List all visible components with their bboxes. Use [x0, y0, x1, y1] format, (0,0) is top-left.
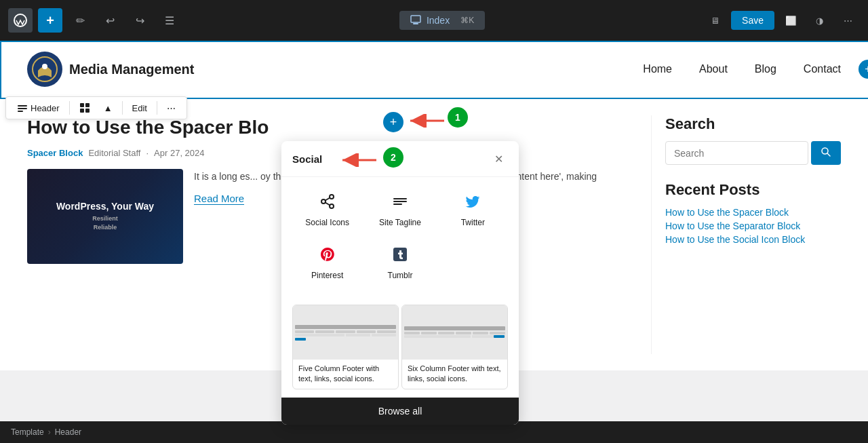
tagline-icon: [392, 193, 408, 214]
block-type-label: Header: [31, 103, 60, 113]
site-tagline-label: Site Tagline: [379, 218, 421, 227]
recent-post-1[interactable]: How to Use the Spacer Block: [665, 207, 841, 218]
popup-title-area: Social: [292, 153, 322, 165]
recent-posts-title: Recent Posts: [665, 181, 841, 199]
nav-contact[interactable]: Contact: [804, 63, 841, 75]
svg-rect-10: [80, 109, 84, 113]
undo-btn[interactable]: ↩: [98, 8, 122, 33]
arrow-1: [407, 114, 448, 130]
nav-home[interactable]: Home: [643, 63, 672, 75]
recent-post-2[interactable]: How to Use the Separator Block: [665, 220, 841, 231]
article-author: Editorial Staff: [88, 148, 140, 158]
block-list-view-btn[interactable]: [74, 100, 96, 116]
popup-title: Social: [292, 153, 322, 165]
toolbar-separator: [69, 101, 70, 115]
more-options-btn[interactable]: ⋯: [835, 8, 860, 33]
search-row: [665, 141, 841, 165]
site-nav: Home About Blog Contact: [643, 63, 841, 75]
site-logo: Media Management: [27, 52, 194, 87]
block-toolbar: Header ▲ Edit ⋯: [5, 96, 187, 119]
svg-point-15: [321, 199, 326, 204]
block-type-indicator[interactable]: Header: [12, 100, 65, 116]
site-header: Media Management Home About Blog Contact…: [0, 41, 868, 99]
share-icon: [319, 193, 336, 214]
search-submit-btn[interactable]: [811, 141, 841, 165]
read-more-link[interactable]: Read More: [194, 193, 244, 205]
wp-logo[interactable]: [8, 8, 33, 33]
preview-btn[interactable]: 🖥: [703, 8, 727, 33]
add-block-btn[interactable]: +: [383, 112, 403, 132]
article-category-link[interactable]: Spacer Block: [27, 148, 83, 158]
article-date: Apr 27, 2024: [154, 148, 204, 158]
svg-line-24: [827, 153, 830, 156]
pattern-card-2-label: Six Column Footer with text, links, soci…: [402, 360, 507, 389]
nav-blog[interactable]: Blog: [755, 63, 776, 75]
svg-line-17: [325, 203, 330, 206]
pinterest-item[interactable]: Pinterest: [292, 238, 362, 288]
tumblr-item[interactable]: Tumblr: [365, 238, 435, 288]
social-icons-item[interactable]: Social Icons: [292, 185, 362, 235]
toolbar-separator-2: [122, 101, 123, 115]
svg-rect-5: [18, 105, 27, 107]
site-tagline-item[interactable]: Site Tagline: [365, 185, 435, 235]
edit-mode-btn[interactable]: ✏: [68, 8, 92, 33]
nav-about[interactable]: About: [699, 63, 728, 75]
pattern-card-1-img: [293, 305, 398, 360]
toolbar-separator-3: [157, 101, 157, 115]
svg-point-16: [330, 204, 334, 208]
document-overview-btn[interactable]: ☰: [157, 8, 182, 33]
canvas: Media Management Home About Blog Contact…: [0, 41, 868, 443]
twitter-item[interactable]: Twitter: [438, 185, 508, 235]
svg-point-14: [330, 195, 334, 199]
svg-rect-2: [413, 23, 418, 24]
svg-rect-11: [85, 109, 90, 113]
search-section: Search: [665, 115, 841, 165]
twitter-icon: [465, 193, 481, 214]
block-move-up-btn[interactable]: ▲: [98, 100, 118, 116]
recent-post-3[interactable]: How to Use the Social Icon Block: [665, 234, 841, 245]
toolbar-center: Index ⌘K: [187, 11, 697, 30]
redo-btn[interactable]: ↪: [127, 8, 152, 33]
article-image: WordPress, Your Way Resilient Reliable: [27, 169, 183, 264]
keyboard-shortcut: ⌘K: [460, 16, 474, 25]
plus-side-btn[interactable]: +: [859, 60, 868, 79]
pattern-card-1[interactable]: Five Column Footer with text, links, soc…: [292, 305, 399, 389]
popup-pattern-cards: Five Column Footer with text, links, soc…: [281, 296, 519, 398]
sidebar-toggle-btn[interactable]: ⬜: [778, 8, 803, 33]
tumblr-icon: [392, 246, 408, 267]
pattern-card-2[interactable]: Six Column Footer with text, links, soci…: [401, 305, 508, 389]
color-mode-btn[interactable]: ◑: [807, 8, 831, 33]
svg-rect-8: [80, 103, 84, 107]
svg-rect-9: [85, 103, 90, 107]
save-button[interactable]: Save: [731, 11, 774, 30]
article-image-inner: WordPress, Your Way Resilient Reliable: [27, 169, 183, 264]
badge-1: 1: [448, 107, 468, 128]
more-block-options[interactable]: ⋯: [161, 100, 181, 116]
twitter-label: Twitter: [461, 218, 485, 227]
footer-separator: ›: [48, 427, 51, 437]
search-title: Search: [665, 115, 841, 133]
footer-current-label: Header: [55, 427, 81, 437]
pinterest-label: Pinterest: [311, 271, 343, 280]
popup-items-grid: Social Icons Site Tagline: [281, 177, 519, 296]
logo-image: [27, 52, 62, 87]
svg-rect-1: [411, 16, 420, 22]
index-pill[interactable]: Index ⌘K: [399, 11, 485, 30]
pattern-card-1-label: Five Column Footer with text, links, soc…: [293, 360, 398, 389]
badge-2: 2: [383, 147, 403, 168]
add-block-toolbar-btn[interactable]: +: [38, 8, 62, 33]
social-icons-label: Social Icons: [305, 218, 349, 227]
search-input[interactable]: [665, 141, 808, 165]
footer-bar: Template › Header: [0, 421, 868, 443]
footer-template-label[interactable]: Template: [11, 427, 44, 437]
tumblr-label: Tumblr: [388, 271, 413, 280]
popup-close-btn[interactable]: ✕: [489, 149, 508, 168]
edit-button[interactable]: Edit: [127, 100, 153, 116]
top-toolbar: + ✏ ↩ ↪ ☰ Index ⌘K 🖥 Save ⬜ ◑ ⋯: [0, 0, 868, 41]
block-inserter-popup: Social ✕ Social Icons: [281, 141, 519, 425]
svg-rect-7: [18, 111, 23, 112]
browse-all-btn[interactable]: Browse all: [281, 398, 519, 425]
recent-posts-section: Recent Posts How to Use the Spacer Block…: [665, 181, 841, 245]
pattern-card-2-img: [402, 305, 507, 360]
sidebar: Search Recent Posts How to Use the Space…: [651, 115, 841, 354]
